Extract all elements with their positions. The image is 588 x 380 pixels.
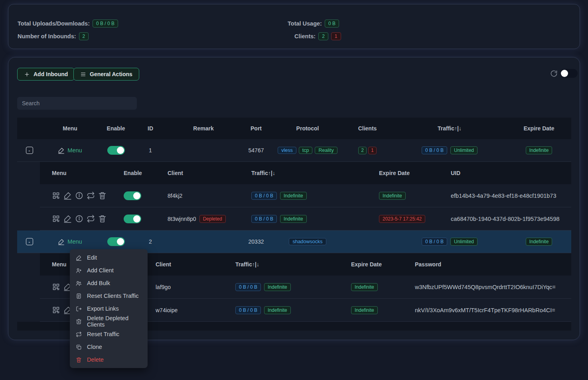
header-enable: Enable xyxy=(99,125,133,132)
traffic-badge: 0 B / 0 B xyxy=(235,283,261,291)
toggle-knob xyxy=(133,192,140,199)
c2-header-traffic-sort[interactable]: Traffic↑|↓ xyxy=(231,261,347,268)
general-actions-button[interactable]: General Actions xyxy=(73,68,139,81)
traffic-badge: 0 B / 0 B xyxy=(235,306,261,314)
client-row: 8f4kj2 0 B / 0 B Indefinite Indefinite e… xyxy=(40,184,571,207)
client-password: w3NfbzUPf5WWd745Q8pvsmQrdrttT2IO6knuI7Di… xyxy=(411,284,571,290)
active-clients-badge: 2 xyxy=(358,147,367,154)
traffic-limit-badge: Unlimited xyxy=(450,146,478,154)
menu-item-delete[interactable]: Delete xyxy=(70,353,148,366)
menu-item-add-client[interactable]: Add Client xyxy=(70,264,148,277)
inbound2-protocol-tags: shadowsocks xyxy=(273,238,342,245)
menu-item-edit[interactable]: Edit xyxy=(70,251,148,264)
inbound-row-1: - Menu 1 54767 vless tcp Reality 2 1 0 B… xyxy=(17,139,571,162)
trash-icon[interactable] xyxy=(98,215,107,223)
reset-traffic-icon[interactable] xyxy=(87,215,95,223)
header-traffic-sort[interactable]: Traffic↑|↓ xyxy=(393,125,507,132)
depleted-clients-badge: 1 xyxy=(368,147,377,154)
inbound2-enable-toggle[interactable] xyxy=(107,237,125,246)
qr-code-icon[interactable] xyxy=(52,306,60,314)
inbound1-protocol-tags: vless tcp Reality xyxy=(273,147,342,154)
client-traffic: 0 B / 0 B Indefinite xyxy=(247,192,375,200)
traffic-limit-badge: Indefinite xyxy=(280,192,307,200)
clients1-header-row: Menu Enable Client Traffic↑|↓ Expire Dat… xyxy=(40,162,571,184)
delete-depleted-clients-icon xyxy=(76,319,82,325)
traffic-badge: 0 B / 0 B xyxy=(251,215,277,223)
c2-header-client: Client xyxy=(152,261,231,268)
add-client-icon xyxy=(76,268,82,274)
menu-item-label: Add Bulk xyxy=(87,280,110,286)
menu-item-label: Reset Clients Traffic xyxy=(87,293,138,299)
edit-pencil-icon[interactable] xyxy=(63,191,72,200)
toggle-knob xyxy=(117,238,124,245)
header-id: ID xyxy=(133,125,168,132)
expire-badge: 2023-5-7 17:25:42 xyxy=(379,215,425,223)
refresh-icon[interactable] xyxy=(550,70,558,77)
traffic-badge: 0 B / 0 B xyxy=(251,192,277,200)
menu-item-label: Clone xyxy=(87,344,102,350)
clients-label: Clients: xyxy=(294,33,316,39)
inbound1-enable-toggle[interactable] xyxy=(107,146,125,155)
qr-code-icon[interactable] xyxy=(52,191,60,200)
menu-item-label: Edit xyxy=(87,254,97,261)
info-icon[interactable] xyxy=(75,191,83,200)
search-input[interactable] xyxy=(17,97,137,110)
inbound1-clients-table: Menu Enable Client Traffic↑|↓ Expire Dat… xyxy=(40,162,571,230)
client-name: laf9go xyxy=(152,284,231,290)
reset-traffic-icon[interactable] xyxy=(87,191,95,200)
menu-item-reset-traffic[interactable]: Reset Traffic xyxy=(70,328,148,341)
client-password: nkV/I/3XoAm9v6xMT/T5IcrF4TpeTKF98rHARbRo… xyxy=(411,307,571,313)
uploads-label: Total Uploads/Downloads: xyxy=(18,20,90,27)
menu-item-add-bulk[interactable]: Add Bulk xyxy=(70,277,148,289)
traffic-limit-badge: Indefinite xyxy=(264,283,291,291)
client-enable-toggle[interactable] xyxy=(124,191,141,200)
inbound2-port: 20332 xyxy=(239,238,273,245)
c2-header-expire: Expire Date xyxy=(347,261,411,268)
client-enable-toggle[interactable] xyxy=(124,215,141,223)
collapse-row-button[interactable]: - xyxy=(26,147,33,154)
inbound1-menu-button[interactable]: Menu xyxy=(58,147,82,154)
stat-clients: Clients: 2 1 xyxy=(294,32,341,41)
edit-pencil-icon[interactable] xyxy=(63,215,72,223)
client-name: w74ioipe xyxy=(152,307,231,313)
c1-header-traffic-sort[interactable]: Traffic↑|↓ xyxy=(247,170,375,176)
qr-code-icon[interactable] xyxy=(52,215,60,223)
client-traffic: 0 B / 0 B Indefinite xyxy=(231,306,347,314)
trash-icon[interactable] xyxy=(98,191,107,200)
client-traffic: 0 B / 0 B Indefinite xyxy=(231,283,347,291)
menu-item-export-links[interactable]: Export Links xyxy=(70,302,148,315)
traffic-limit-badge: Indefinite xyxy=(264,306,291,314)
stat-total-uploads-downloads: Total Uploads/Downloads: 0 B / 0 B xyxy=(18,19,118,28)
uploads-value-badge: 0 B / 0 B xyxy=(93,20,118,28)
inbound2-menu-button[interactable]: Menu xyxy=(58,238,82,245)
info-icon[interactable] xyxy=(75,215,83,223)
plus-icon xyxy=(24,71,30,77)
collapse-row-button[interactable]: - xyxy=(26,238,33,245)
header-remark: Remark xyxy=(168,125,239,132)
header-menu: Menu xyxy=(41,125,99,132)
c1-header-uid: UID xyxy=(447,170,571,176)
clone-icon xyxy=(76,344,82,350)
transport-tag: tcp xyxy=(299,147,313,154)
toggle-knob xyxy=(561,70,568,77)
add-inbound-button[interactable]: Add Inbound xyxy=(17,68,75,81)
expire-badge: Indefinite xyxy=(379,192,406,200)
clients-active-badge: 2 xyxy=(318,32,328,40)
client-name: 8f4kj2 xyxy=(164,193,247,199)
menu-lines-icon xyxy=(80,71,86,77)
menu-item-delete-depleted-clients[interactable]: Delete Depleted Clients xyxy=(70,315,148,328)
menu-item-reset-clients-traffic[interactable]: Reset Clients Traffic xyxy=(70,289,148,302)
client-traffic: 0 B / 0 B Indefinite xyxy=(247,215,375,223)
c1-header-client: Client xyxy=(164,170,247,176)
client-actions xyxy=(40,191,120,200)
header-clients: Clients xyxy=(342,125,393,132)
reset-traffic-icon xyxy=(76,331,82,337)
qr-code-icon[interactable] xyxy=(52,283,60,291)
menu-item-clone[interactable]: Clone xyxy=(70,341,148,353)
c1-header-menu: Menu xyxy=(40,170,120,176)
inbound1-traffic: 0 B / 0 B Unlimited xyxy=(393,146,507,154)
menu-item-label: Delete xyxy=(87,356,104,363)
dark-mode-toggle[interactable] xyxy=(560,69,578,78)
stat-total-usage: Total Usage: 0 B xyxy=(288,19,339,28)
c1-header-enable: Enable xyxy=(120,170,164,176)
